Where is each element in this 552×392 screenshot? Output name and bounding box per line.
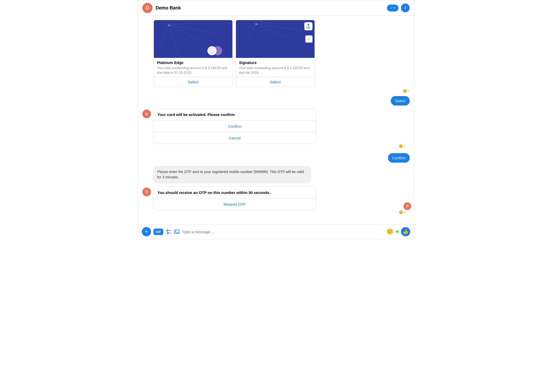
cards-section: Platinum Edge Your total outstanding amo… bbox=[138, 20, 414, 93]
otp-section: Please enter the OTP sent to your regist… bbox=[138, 166, 414, 216]
card-image-2: › bbox=[236, 20, 315, 58]
user-select-row: Select bbox=[138, 96, 414, 106]
otp-bubble: Please enter the OTP sent to your regist… bbox=[153, 166, 311, 184]
header-check-button[interactable]: ✓ ▾ bbox=[387, 5, 398, 11]
emoji-icon-2: 🙂 bbox=[399, 144, 403, 148]
user-select-bubble: Select bbox=[391, 96, 410, 106]
card-name-1: Platinum Edge bbox=[157, 60, 229, 65]
confirm-card-row: D Your card will be activated. Please co… bbox=[138, 109, 414, 150]
floating-avatar: D bbox=[404, 202, 411, 210]
user-confirm-row: Confirm bbox=[138, 153, 414, 163]
otp-card-header: You should receive an OTP on this number… bbox=[153, 187, 316, 199]
card-select-button-2[interactable]: Select bbox=[236, 77, 315, 87]
share-icon bbox=[306, 24, 310, 29]
otp-message-row: Please enter the OTP sent to your regist… bbox=[138, 166, 414, 186]
emoji-add-button-1[interactable]: 🙂 + bbox=[403, 89, 410, 93]
svg-rect-7 bbox=[236, 20, 315, 58]
user-confirm-bubble: Confirm bbox=[388, 153, 410, 163]
header: D Demo Bank ✓ ▾ i bbox=[138, 0, 414, 16]
emoji-add-button-2[interactable]: 🙂 + bbox=[399, 144, 406, 148]
emoji-area-1: 🙂 + bbox=[138, 89, 414, 93]
header-title: Demo Bank bbox=[156, 5, 387, 11]
card-desc-1: Your total outstanding amount is $ 2,130… bbox=[157, 66, 229, 75]
card-desc-2: Your total outstanding amount is $ 1,220… bbox=[239, 66, 311, 75]
card-name-2: Signature bbox=[239, 60, 311, 65]
emoji-icon-1: 🙂 bbox=[403, 89, 407, 93]
otp-card-row: D You should receive an OTP on this numb… bbox=[138, 187, 414, 216]
card-share-button[interactable] bbox=[304, 22, 312, 30]
card-info-1: Platinum Edge Your total outstanding amo… bbox=[154, 58, 232, 75]
reply-icon-button[interactable] bbox=[166, 229, 171, 234]
gif-button[interactable]: GIF bbox=[154, 229, 163, 235]
plus-icon: + bbox=[145, 228, 148, 235]
online-status-dot bbox=[396, 230, 398, 233]
bot-avatar-otp: D bbox=[142, 188, 151, 196]
check-icon: ✓ bbox=[390, 6, 393, 10]
thumbs-up-button[interactable]: 👍 bbox=[401, 227, 410, 236]
card-logo-circles-1 bbox=[207, 46, 222, 55]
info-icon: i bbox=[405, 5, 406, 11]
cards-row: Platinum Edge Your total outstanding amo… bbox=[154, 20, 414, 87]
confirm-card: Your card will be activated. Please conf… bbox=[153, 109, 316, 144]
otp-card: You should receive an OTP on this number… bbox=[153, 187, 316, 210]
confirm-card-section: D Your card will be activated. Please co… bbox=[138, 109, 414, 150]
emoji-button[interactable]: 🙂 bbox=[386, 228, 393, 235]
card-bg-svg-2 bbox=[236, 20, 315, 58]
svg-point-12 bbox=[255, 23, 257, 25]
chevron-down-icon: ▾ bbox=[394, 6, 395, 10]
emoji-area-2: 🙂 + bbox=[153, 144, 410, 148]
bottom-bar: + GIF 🙂 👍 bbox=[138, 224, 414, 239]
reply-icon bbox=[166, 229, 171, 234]
header-avatar: D bbox=[142, 3, 153, 13]
resend-otp-button[interactable]: Resend OTP bbox=[153, 199, 316, 210]
image-icon bbox=[174, 229, 180, 234]
svg-point-6 bbox=[168, 24, 170, 26]
confirm-button[interactable]: Confirm bbox=[153, 121, 316, 132]
card-select-button-1[interactable]: Select bbox=[154, 77, 232, 87]
header-info-button[interactable]: i bbox=[401, 4, 410, 12]
circle-white-1 bbox=[207, 46, 217, 55]
image-icon-button[interactable] bbox=[174, 229, 180, 234]
card-image-1 bbox=[154, 20, 232, 58]
emoji-icon-3: 🙂 bbox=[399, 210, 403, 214]
chat-area: Platinum Edge Your total outstanding amo… bbox=[138, 16, 414, 224]
platinum-edge-card: Platinum Edge Your total outstanding amo… bbox=[154, 20, 233, 87]
card-arrow-button[interactable]: › bbox=[305, 35, 312, 43]
confirm-card-header: Your card will be activated. Please conf… bbox=[153, 109, 316, 121]
card-info-2: Signature Your total outstanding amount … bbox=[236, 58, 315, 75]
signature-card: › Signature Your total outstanding amoun… bbox=[236, 20, 315, 87]
cancel-button[interactable]: Cancel bbox=[153, 132, 316, 144]
thumbs-up-icon: 👍 bbox=[403, 229, 408, 234]
message-input[interactable] bbox=[182, 230, 384, 234]
bot-avatar-confirm: D bbox=[142, 110, 151, 118]
header-actions: ✓ ▾ i bbox=[387, 4, 410, 12]
emoji-area-3: 🙂 + bbox=[153, 210, 410, 214]
emoji-add-button-3[interactable]: 🙂 + bbox=[399, 210, 406, 214]
add-button[interactable]: + bbox=[142, 227, 151, 236]
